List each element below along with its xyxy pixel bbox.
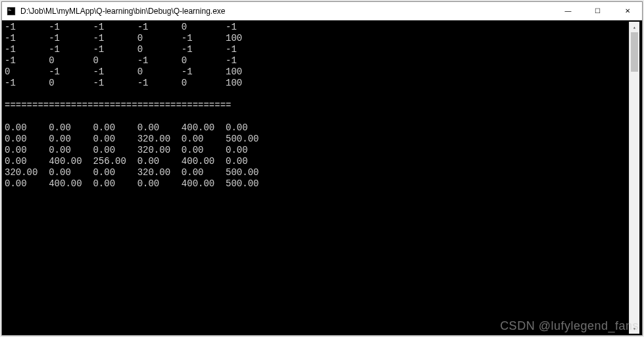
scroll-up-icon[interactable]: ▴ bbox=[630, 22, 639, 32]
minimize-button[interactable]: — bbox=[553, 2, 583, 20]
window-controls: — ☐ ✕ bbox=[553, 2, 642, 20]
scrollbar-track[interactable] bbox=[630, 32, 639, 323]
scroll-down-icon[interactable]: ▾ bbox=[630, 323, 639, 334]
console: -1 -1 -1 -1 0 -1 -1 -1 -1 0 -1 100 -1 -1… bbox=[2, 20, 642, 335]
close-button[interactable]: ✕ bbox=[612, 2, 642, 20]
titlebar[interactable]: D:\Job\ML\myMLApp\Q-learning\bin\Debug\Q… bbox=[2, 2, 642, 20]
app-window: D:\Job\ML\myMLApp\Q-learning\bin\Debug\Q… bbox=[1, 1, 643, 336]
svg-rect-2 bbox=[9, 9, 11, 9]
scrollbar-thumb[interactable] bbox=[631, 32, 638, 72]
maximize-button[interactable]: ☐ bbox=[583, 2, 612, 20]
console-app-icon bbox=[6, 6, 16, 16]
console-output[interactable]: -1 -1 -1 -1 0 -1 -1 -1 -1 0 -1 100 -1 -1… bbox=[5, 22, 629, 334]
svg-rect-1 bbox=[8, 7, 15, 14]
svg-rect-3 bbox=[9, 10, 11, 11]
vertical-scrollbar[interactable]: ▴ ▾ bbox=[629, 22, 639, 334]
window-title: D:\Job\ML\myMLApp\Q-learning\bin\Debug\Q… bbox=[20, 7, 553, 16]
